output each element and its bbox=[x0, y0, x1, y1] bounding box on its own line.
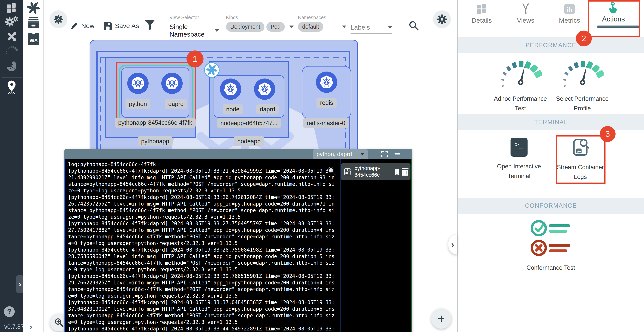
tab-metrics-label: Metrics bbox=[553, 17, 586, 24]
container-selector-value: python, daprd bbox=[316, 151, 352, 157]
sidebar-item-locations[interactable] bbox=[0, 79, 23, 95]
container-label: node bbox=[223, 104, 243, 114]
action-select-profile[interactable]: Select Performance Profile bbox=[553, 60, 611, 113]
kubernetes-icon bbox=[164, 76, 180, 91]
action-adhoc-performance[interactable]: Adhoc Performance Test bbox=[491, 60, 550, 113]
tab-views[interactable]: Views bbox=[509, 3, 542, 24]
container-python[interactable] bbox=[127, 73, 148, 94]
log-output-area[interactable]: log:pythonapp-8454cc66c-4f7fk [pythonapp… bbox=[65, 159, 340, 332]
filter-button[interactable] bbox=[145, 20, 155, 32]
metrics-icon bbox=[564, 4, 575, 14]
view-selector-field[interactable]: View Selector Single Namespace bbox=[170, 15, 219, 41]
new-button-label: New bbox=[81, 22, 94, 29]
kind-chip-pod[interactable]: Pod bbox=[266, 22, 285, 32]
add-button[interactable]: + bbox=[431, 309, 451, 329]
container-daprd[interactable] bbox=[254, 78, 275, 100]
sidebar-item-settings[interactable] bbox=[0, 16, 23, 28]
settings-button[interactable] bbox=[433, 10, 451, 28]
view-selector-label: View Selector bbox=[170, 15, 219, 20]
labels-field[interactable]: Labels bbox=[350, 15, 392, 34]
container-label: python bbox=[125, 99, 150, 109]
kinds-field[interactable]: Kinds Deployment Pod bbox=[226, 15, 292, 34]
section-conformance-header: CONFORMANCE bbox=[458, 198, 644, 214]
terminal-icon: >_ bbox=[510, 138, 528, 157]
pod-pythonapp[interactable]: python daprd bbox=[121, 67, 190, 118]
container-daprd[interactable] bbox=[161, 73, 182, 94]
sidebar-expand-handle[interactable]: › bbox=[16, 275, 24, 293]
strip-expand-chevron[interactable]: › bbox=[30, 321, 32, 332]
panel-divider bbox=[457, 0, 458, 332]
pod-name-label: pythonapp-8454cc66c-4f7fk bbox=[115, 118, 196, 128]
stream-pod-name-line2: 8454cc66c bbox=[354, 172, 392, 178]
tab-views-label: Views bbox=[509, 17, 542, 24]
zoom-in-icon bbox=[54, 318, 64, 327]
container-node[interactable] bbox=[220, 78, 241, 100]
container-label: daprd bbox=[256, 104, 278, 114]
dashboard-grid-icon bbox=[7, 3, 16, 13]
action-label: Conformance Test bbox=[522, 263, 580, 273]
trash-button[interactable] bbox=[402, 168, 408, 176]
namespaces-field[interactable]: Namespaces default bbox=[298, 15, 346, 34]
pod-redis[interactable]: redis bbox=[302, 66, 351, 119]
details-grid-icon bbox=[477, 4, 487, 14]
deployment-name-label: nodeapp bbox=[234, 136, 264, 146]
gauge-icon bbox=[499, 60, 542, 91]
log-stream-item[interactable]: pythonapp- 8454cc66c bbox=[341, 163, 410, 180]
sidebar-item-reports[interactable] bbox=[0, 60, 23, 73]
sidebar-item-dashboard[interactable] bbox=[0, 3, 23, 13]
sidebar-item-performance[interactable] bbox=[0, 44, 23, 57]
container-selector-dropdown[interactable]: python, daprd bbox=[312, 149, 368, 159]
help-button[interactable]: ? bbox=[4, 306, 15, 317]
terminal-header[interactable]: python, daprd bbox=[64, 149, 412, 159]
pod-name-label: redis-master-0 bbox=[303, 118, 349, 128]
chevron-down-icon bbox=[215, 29, 219, 32]
search-button[interactable] bbox=[408, 20, 419, 32]
pause-button[interactable] bbox=[395, 169, 399, 175]
flower-icon bbox=[54, 15, 63, 24]
namespace-chip-default[interactable]: default bbox=[298, 22, 323, 32]
gauge-icon bbox=[561, 60, 604, 91]
app-strip bbox=[23, 0, 44, 332]
terminal-right-border bbox=[412, 159, 412, 332]
sidebar-item-tools[interactable] bbox=[0, 30, 23, 43]
labels-placeholder: Labels bbox=[350, 23, 370, 31]
chevron-down-icon bbox=[388, 26, 392, 29]
chevron-down-icon bbox=[360, 153, 364, 155]
save-icon bbox=[104, 22, 112, 30]
inbox-icon bbox=[28, 17, 39, 28]
kubernetes-icon bbox=[257, 82, 272, 97]
annotation-rect-3 bbox=[556, 135, 606, 184]
log-search-icon[interactable] bbox=[327, 166, 337, 176]
tab-details-label: Details bbox=[465, 17, 498, 24]
log-text: log:pythonapp-8454cc66c-4f7fk [pythonapp… bbox=[68, 161, 337, 332]
tab-metrics[interactable]: Metrics bbox=[553, 4, 586, 24]
annotation-badge-3: 3 bbox=[600, 126, 616, 142]
kubernetes-icon bbox=[223, 82, 238, 97]
chevron-down-icon bbox=[342, 25, 346, 28]
container-redis[interactable] bbox=[316, 71, 337, 93]
kubernetes-icon bbox=[130, 76, 146, 91]
kind-chip-deployment[interactable]: Deployment bbox=[226, 22, 264, 32]
fullscreen-icon[interactable] bbox=[381, 151, 388, 157]
app-logo-swirl[interactable] bbox=[27, 1, 40, 15]
pod-nodeapp[interactable]: node daprd bbox=[214, 75, 284, 118]
small-gear-icon bbox=[13, 16, 18, 22]
action-conformance-test[interactable]: Conformance Test bbox=[522, 219, 580, 273]
save-as-button[interactable]: Save As bbox=[104, 22, 139, 30]
tools-icon bbox=[6, 31, 17, 42]
app-inbox[interactable] bbox=[28, 17, 39, 29]
graph-mode-button[interactable] bbox=[50, 10, 67, 28]
action-label: Select Performance Profile bbox=[553, 94, 611, 113]
pie-chart-icon bbox=[6, 61, 17, 72]
section-performance-header: PERFORMANCE bbox=[458, 37, 644, 53]
action-open-terminal[interactable]: >_ Open Interactive Terminal bbox=[490, 138, 548, 181]
annotation-badge-1: 1 bbox=[186, 50, 204, 67]
swirl-logo-icon bbox=[27, 1, 40, 14]
minimize-icon[interactable] bbox=[394, 153, 400, 154]
stream-logs-icon bbox=[343, 167, 352, 176]
new-button[interactable]: New bbox=[70, 22, 94, 30]
tab-details[interactable]: Details bbox=[465, 4, 498, 24]
annotation-badge-2: 2 bbox=[576, 30, 592, 46]
panel-collapse-handle[interactable]: › bbox=[448, 234, 457, 255]
app-wa[interactable]: WA bbox=[28, 33, 39, 45]
